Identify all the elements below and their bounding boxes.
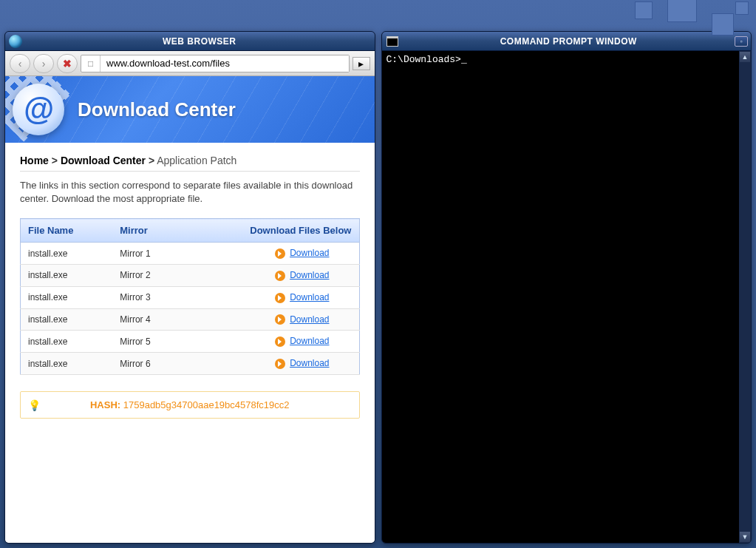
download-arrow-icon	[275, 248, 285, 259]
breadcrumb-home[interactable]: Home	[20, 155, 49, 166]
cmd-scrollbar[interactable]: ▲ ▼	[739, 51, 751, 543]
col-download: Download Files Below	[182, 219, 359, 243]
section-description: The links in this section correspond to …	[20, 179, 360, 205]
scroll-up-button[interactable]: ▲	[739, 51, 751, 63]
cell-file: install.exe	[21, 353, 113, 375]
lightbulb-icon: 💡	[28, 399, 41, 411]
url-input[interactable]	[101, 55, 349, 72]
download-table: File Name Mirror Download Files Below in…	[20, 218, 360, 375]
cell-file: install.exe	[21, 308, 113, 331]
cell-mirror: Mirror 6	[112, 353, 181, 375]
scroll-down-button[interactable]: ▼	[739, 531, 751, 543]
table-row: install.exeMirror 2Download	[21, 264, 360, 286]
browser-window: WEB BROWSER ‹ › ✖ □ ▸ @ Download Center	[4, 31, 375, 544]
hash-box: 💡 HASH: 1759adb5g34700aae19bc4578fc19cc2	[20, 391, 360, 419]
col-file-name: File Name	[21, 219, 113, 243]
download-arrow-icon	[275, 359, 285, 369]
download-link[interactable]: Download	[290, 292, 329, 302]
cell-mirror: Mirror 5	[112, 331, 181, 353]
table-row: install.exeMirror 1Download	[21, 243, 360, 265]
forward-button[interactable]: ›	[33, 54, 54, 73]
download-arrow-icon	[275, 293, 285, 303]
browser-navbar: ‹ › ✖ □ ▸	[5, 51, 375, 76]
page-icon: □	[81, 55, 101, 72]
download-link[interactable]: Download	[290, 336, 329, 346]
scroll-track[interactable]	[739, 63, 751, 531]
breadcrumb: Home > Download Center > Application Pat…	[20, 155, 360, 172]
breadcrumb-current: Application Patch	[157, 155, 236, 166]
hash-value: 1759adb5g34700aae19bc4578fc19cc2	[123, 399, 290, 410]
banner-title: Download Center	[78, 98, 236, 121]
cell-mirror: Mirror 1	[112, 243, 181, 265]
download-arrow-icon	[275, 336, 285, 347]
browser-titlebar[interactable]: WEB BROWSER	[5, 32, 375, 51]
col-mirror: Mirror	[112, 219, 181, 243]
back-button[interactable]: ‹	[10, 54, 30, 73]
url-bar: □	[81, 55, 350, 72]
stop-button[interactable]: ✖	[57, 54, 78, 73]
table-row: install.exeMirror 5Download	[21, 331, 360, 353]
download-link[interactable]: Download	[290, 314, 329, 325]
download-arrow-icon	[275, 271, 285, 281]
cell-file: install.exe	[21, 264, 113, 286]
background-decoration	[571, 0, 756, 44]
site-banner: @ Download Center	[5, 76, 375, 143]
globe-icon	[8, 34, 23, 49]
download-arrow-icon	[275, 314, 285, 325]
cell-file: install.exe	[21, 331, 113, 353]
download-link[interactable]: Download	[290, 270, 329, 280]
cursor: _	[461, 54, 467, 65]
cell-mirror: Mirror 4	[112, 308, 181, 331]
hash-label: HASH:	[90, 399, 120, 410]
cell-mirror: Mirror 3	[112, 286, 181, 308]
cmd-output[interactable]: C:\Downloads>_	[382, 51, 740, 543]
cell-file: install.exe	[21, 243, 113, 265]
download-link[interactable]: Download	[290, 358, 329, 368]
cmd-prompt: C:\Downloads>	[386, 54, 461, 65]
at-sign-icon: @	[13, 84, 64, 135]
command-prompt-window: COMMAND PROMPT WINDOW ▫ C:\Downloads>_ ▲…	[381, 31, 752, 544]
table-row: install.exeMirror 6Download	[21, 353, 360, 375]
breadcrumb-mid[interactable]: Download Center	[61, 155, 146, 166]
table-row: install.exeMirror 4Download	[21, 308, 360, 331]
cell-file: install.exe	[21, 286, 113, 308]
download-link[interactable]: Download	[290, 248, 329, 258]
browser-window-title: WEB BROWSER	[27, 36, 372, 47]
cell-mirror: Mirror 2	[112, 264, 181, 286]
go-button[interactable]: ▸	[353, 57, 370, 70]
terminal-icon	[385, 34, 400, 49]
table-row: install.exeMirror 3Download	[21, 286, 360, 308]
page-viewport[interactable]: @ Download Center Home > Download Center…	[5, 76, 375, 543]
